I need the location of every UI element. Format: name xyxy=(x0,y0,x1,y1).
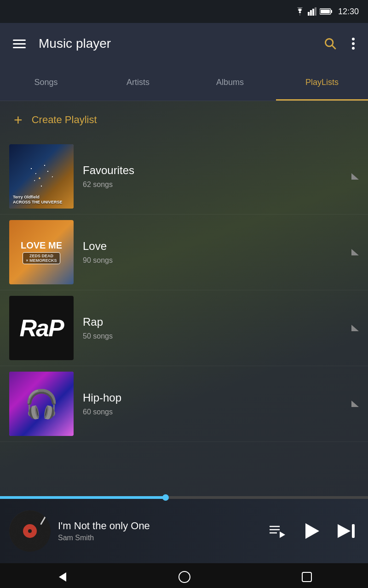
now-playing-artist: Sam Smith xyxy=(58,534,259,542)
now-playing-title: I'm Not the only One xyxy=(58,520,259,532)
playlist-name-hiphop: Hip-hop xyxy=(83,391,342,404)
back-button[interactable] xyxy=(41,566,82,588)
skip-next-button[interactable] xyxy=(334,520,359,543)
status-icons: 12:30 xyxy=(295,7,359,17)
svg-rect-0 xyxy=(308,12,310,16)
svg-point-9 xyxy=(352,38,355,40)
playlist-count-love: 90 songs xyxy=(83,256,342,265)
tabs-bar: Songs Artists Albums PlayLists xyxy=(0,64,368,101)
recents-icon xyxy=(301,571,313,583)
svg-rect-2 xyxy=(312,9,314,16)
menu-button[interactable] xyxy=(9,36,29,52)
svg-line-8 xyxy=(332,45,336,49)
rap-label: RaP xyxy=(19,314,63,342)
back-icon xyxy=(55,571,68,583)
svg-point-7 xyxy=(326,39,333,46)
playlist-name-favourites: Favourites xyxy=(83,164,342,177)
playlist-thumb-hiphop: 🎧 xyxy=(9,372,74,436)
more-options-button[interactable] xyxy=(348,34,359,54)
svg-rect-3 xyxy=(315,7,316,16)
playlist-count-hiphop: 60 songs xyxy=(83,408,342,416)
svg-rect-6 xyxy=(321,10,330,13)
thumb-text-favourites: Terry OldfieldACROSS THE UNIVERSE xyxy=(13,195,63,205)
queue-icon xyxy=(270,524,285,538)
love-me-text: LOVE ME xyxy=(21,240,62,250)
more-options-icon xyxy=(351,37,355,50)
menu-line xyxy=(13,47,26,48)
playlist-name-love: Love xyxy=(83,240,342,253)
now-playing-controls xyxy=(266,518,359,544)
wifi-icon xyxy=(295,7,305,16)
app-title: Music player xyxy=(39,36,311,51)
love-me-sub: ZEDS DEAD× MEMORECKS xyxy=(26,254,57,263)
svg-rect-5 xyxy=(331,10,332,13)
content-area: + Create Playlist Terry OldfieldACROSS T… xyxy=(0,101,368,496)
svg-rect-1 xyxy=(310,10,312,16)
playlist-info-hiphop: Hip-hop 60 songs xyxy=(74,391,351,416)
playlist-info-rap: Rap 50 songs xyxy=(74,316,351,340)
hip-hop-figure: 🎧 xyxy=(9,372,74,436)
create-playlist-label: Create Playlist xyxy=(32,114,97,126)
battery-icon xyxy=(320,8,333,15)
playlist-arrow-rap xyxy=(351,325,359,331)
home-button[interactable] xyxy=(164,566,205,588)
search-button[interactable] xyxy=(320,34,340,54)
skip-next-icon xyxy=(338,523,355,539)
progress-dot xyxy=(162,494,169,501)
svg-point-11 xyxy=(352,47,355,50)
playlist-info-favourites: Favourites 62 songs xyxy=(74,164,351,189)
play-icon xyxy=(302,521,321,541)
search-icon xyxy=(324,37,337,50)
playlist-item-favourites[interactable]: Terry OldfieldACROSS THE UNIVERSE Favour… xyxy=(0,139,368,215)
queue-button[interactable] xyxy=(266,520,289,542)
create-playlist-button[interactable]: + Create Playlist xyxy=(0,101,368,139)
playlist-arrow-love xyxy=(351,249,359,255)
menu-line xyxy=(13,40,26,41)
status-bar: 12:30 xyxy=(0,0,368,23)
now-playing-thumb xyxy=(9,510,51,552)
svg-marker-17 xyxy=(338,524,351,538)
playlist-item-love[interactable]: LOVE ME ZEDS DEAD× MEMORECKS Love 90 son… xyxy=(0,215,368,290)
nav-bar xyxy=(0,563,368,588)
svg-point-10 xyxy=(352,42,355,45)
playlist-item-rap[interactable]: RaP Rap 50 songs xyxy=(0,290,368,366)
play-button[interactable] xyxy=(298,518,325,544)
home-icon xyxy=(178,571,191,583)
playlist-arrow-favourites xyxy=(351,173,359,180)
app-bar: Music player xyxy=(0,23,368,64)
playlist-info-love: Love 90 songs xyxy=(74,240,351,265)
recents-button[interactable] xyxy=(287,566,327,588)
playlist-thumb-love: LOVE ME ZEDS DEAD× MEMORECKS xyxy=(9,220,74,284)
now-playing-info: I'm Not the only One Sam Smith xyxy=(58,520,259,542)
playlist-count-rap: 50 songs xyxy=(83,332,342,340)
svg-marker-15 xyxy=(280,531,285,538)
svg-marker-16 xyxy=(305,523,319,539)
menu-line xyxy=(13,43,26,45)
playlist-thumb-favourites: Terry OldfieldACROSS THE UNIVERSE xyxy=(9,144,74,209)
tab-playlists[interactable]: PlayLists xyxy=(276,64,368,101)
tab-songs[interactable]: Songs xyxy=(0,64,92,101)
app-bar-actions xyxy=(320,34,359,54)
tab-artists[interactable]: Artists xyxy=(92,64,184,101)
svg-rect-21 xyxy=(302,572,311,582)
tab-albums[interactable]: Albums xyxy=(184,64,276,101)
create-plus-icon: + xyxy=(14,113,23,127)
svg-marker-19 xyxy=(59,572,66,582)
playlist-arrow-hiphop xyxy=(351,401,359,407)
signal-icon xyxy=(308,7,317,16)
status-time: 12:30 xyxy=(338,7,359,17)
playlist-thumb-rap: RaP xyxy=(9,296,74,360)
progress-bar-fill xyxy=(0,496,166,499)
svg-rect-18 xyxy=(352,524,355,538)
progress-bar-container[interactable] xyxy=(0,496,368,499)
playlist-item-hiphop[interactable]: 🎧 Hip-hop 60 songs xyxy=(0,366,368,442)
now-playing-bar: I'm Not the only One Sam Smith xyxy=(0,499,368,563)
svg-point-20 xyxy=(179,571,190,582)
playlist-count-favourites: 62 songs xyxy=(83,181,342,189)
playlist-name-rap: Rap xyxy=(83,316,342,328)
